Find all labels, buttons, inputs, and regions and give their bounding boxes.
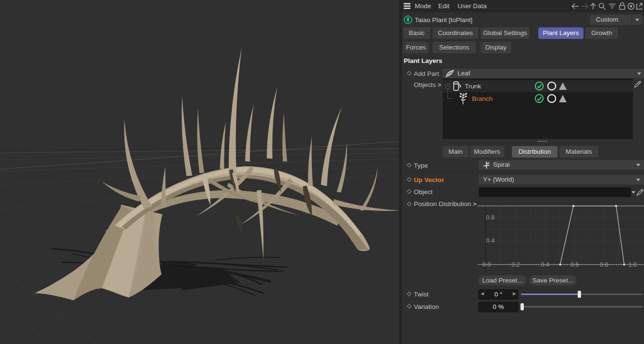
svg-text:0.4: 0.4 xyxy=(486,237,495,244)
svg-text:0.2: 0.2 xyxy=(511,261,520,268)
svg-text:1.0: 1.0 xyxy=(628,261,636,268)
svg-text:0.6: 0.6 xyxy=(570,261,579,268)
svg-text:0.4: 0.4 xyxy=(541,261,549,268)
svg-text:0.8: 0.8 xyxy=(486,214,495,221)
svg-text:0.0: 0.0 xyxy=(483,261,491,268)
svg-text:0.8: 0.8 xyxy=(600,261,608,268)
